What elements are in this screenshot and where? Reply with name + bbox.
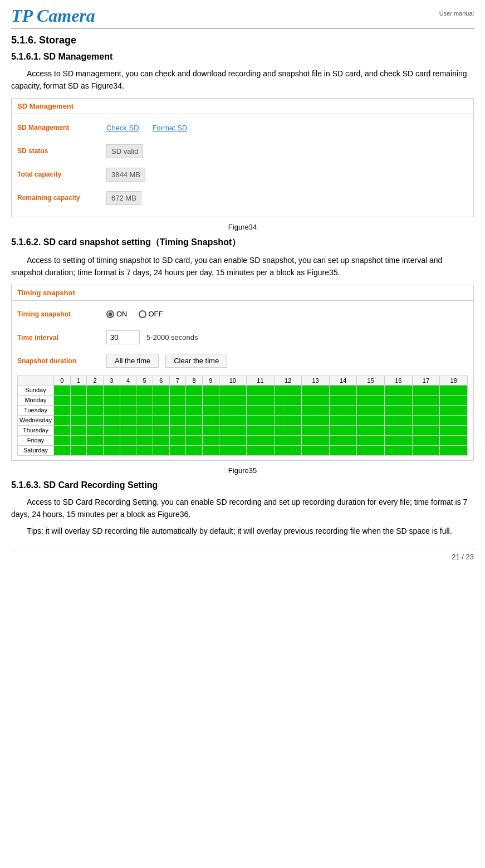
schedule-cell-friday-9[interactable] [202, 435, 219, 445]
schedule-cell-monday-0[interactable] [54, 395, 71, 405]
schedule-cell-monday-14[interactable] [329, 395, 357, 405]
schedule-cell-friday-14[interactable] [329, 435, 357, 445]
schedule-cell-friday-15[interactable] [357, 435, 385, 445]
schedule-cell-saturday-15[interactable] [357, 445, 385, 455]
schedule-cell-wednesday-17[interactable] [412, 415, 440, 425]
schedule-cell-sunday-12[interactable] [274, 385, 302, 395]
schedule-cell-tuesday-2[interactable] [87, 405, 104, 415]
check-sd-link[interactable]: Check SD [106, 124, 139, 132]
schedule-cell-wednesday-1[interactable] [70, 415, 87, 425]
schedule-cell-sunday-5[interactable] [136, 385, 153, 395]
schedule-cell-saturday-3[interactable] [103, 445, 120, 455]
schedule-cell-thursday-0[interactable] [54, 425, 71, 435]
schedule-cell-tuesday-1[interactable] [70, 405, 87, 415]
schedule-cell-saturday-13[interactable] [302, 445, 330, 455]
schedule-cell-monday-18[interactable] [440, 395, 468, 405]
schedule-cell-saturday-4[interactable] [120, 445, 136, 455]
schedule-cell-tuesday-9[interactable] [202, 405, 219, 415]
schedule-cell-tuesday-17[interactable] [412, 405, 440, 415]
schedule-cell-monday-13[interactable] [302, 395, 330, 405]
schedule-cell-thursday-3[interactable] [103, 425, 120, 435]
schedule-cell-monday-7[interactable] [169, 395, 186, 405]
schedule-cell-thursday-13[interactable] [302, 425, 330, 435]
schedule-cell-thursday-11[interactable] [247, 425, 275, 435]
schedule-cell-sunday-0[interactable] [54, 385, 71, 395]
schedule-cell-wednesday-6[interactable] [153, 415, 169, 425]
schedule-cell-saturday-14[interactable] [329, 445, 357, 455]
schedule-cell-sunday-6[interactable] [153, 385, 169, 395]
schedule-cell-thursday-6[interactable] [153, 425, 169, 435]
schedule-cell-friday-13[interactable] [302, 435, 330, 445]
schedule-cell-friday-6[interactable] [153, 435, 169, 445]
schedule-cell-friday-12[interactable] [274, 435, 302, 445]
schedule-cell-sunday-16[interactable] [385, 385, 413, 395]
schedule-cell-friday-8[interactable] [186, 435, 203, 445]
schedule-cell-wednesday-16[interactable] [385, 415, 413, 425]
schedule-cell-sunday-1[interactable] [70, 385, 87, 395]
schedule-cell-sunday-18[interactable] [440, 385, 468, 395]
schedule-cell-thursday-7[interactable] [169, 425, 186, 435]
schedule-cell-friday-7[interactable] [169, 435, 186, 445]
schedule-cell-saturday-8[interactable] [186, 445, 203, 455]
schedule-cell-wednesday-14[interactable] [329, 415, 357, 425]
schedule-cell-friday-11[interactable] [247, 435, 275, 445]
schedule-cell-friday-16[interactable] [385, 435, 413, 445]
schedule-cell-saturday-7[interactable] [169, 445, 186, 455]
schedule-cell-sunday-14[interactable] [329, 385, 357, 395]
schedule-cell-sunday-4[interactable] [120, 385, 136, 395]
schedule-cell-monday-17[interactable] [412, 395, 440, 405]
schedule-cell-tuesday-3[interactable] [103, 405, 120, 415]
schedule-cell-wednesday-5[interactable] [136, 415, 153, 425]
schedule-cell-tuesday-8[interactable] [186, 405, 203, 415]
schedule-cell-thursday-18[interactable] [440, 425, 468, 435]
schedule-cell-tuesday-6[interactable] [153, 405, 169, 415]
schedule-cell-tuesday-13[interactable] [302, 405, 330, 415]
schedule-cell-tuesday-14[interactable] [329, 405, 357, 415]
schedule-cell-tuesday-10[interactable] [219, 405, 247, 415]
schedule-cell-sunday-13[interactable] [302, 385, 330, 395]
schedule-cell-tuesday-5[interactable] [136, 405, 153, 415]
schedule-cell-friday-4[interactable] [120, 435, 136, 445]
schedule-cell-friday-10[interactable] [219, 435, 247, 445]
schedule-cell-saturday-10[interactable] [219, 445, 247, 455]
schedule-cell-friday-18[interactable] [440, 435, 468, 445]
off-radio-label[interactable]: OFF [139, 310, 163, 318]
schedule-cell-monday-3[interactable] [103, 395, 120, 405]
schedule-cell-saturday-2[interactable] [87, 445, 104, 455]
schedule-cell-monday-8[interactable] [186, 395, 203, 405]
schedule-cell-wednesday-10[interactable] [219, 415, 247, 425]
schedule-cell-tuesday-0[interactable] [54, 405, 71, 415]
schedule-cell-friday-2[interactable] [87, 435, 104, 445]
time-interval-input[interactable] [106, 330, 140, 344]
schedule-cell-saturday-11[interactable] [247, 445, 275, 455]
schedule-cell-monday-12[interactable] [274, 395, 302, 405]
schedule-cell-saturday-17[interactable] [412, 445, 440, 455]
schedule-cell-sunday-9[interactable] [202, 385, 219, 395]
schedule-cell-monday-2[interactable] [87, 395, 104, 405]
schedule-cell-wednesday-15[interactable] [357, 415, 385, 425]
schedule-cell-thursday-2[interactable] [87, 425, 104, 435]
schedule-cell-friday-1[interactable] [70, 435, 87, 445]
schedule-cell-monday-11[interactable] [247, 395, 275, 405]
schedule-cell-tuesday-12[interactable] [274, 405, 302, 415]
schedule-cell-saturday-1[interactable] [70, 445, 87, 455]
schedule-cell-wednesday-0[interactable] [54, 415, 71, 425]
schedule-cell-thursday-12[interactable] [274, 425, 302, 435]
schedule-cell-friday-17[interactable] [412, 435, 440, 445]
schedule-cell-saturday-18[interactable] [440, 445, 468, 455]
schedule-cell-tuesday-11[interactable] [247, 405, 275, 415]
schedule-cell-monday-4[interactable] [120, 395, 136, 405]
schedule-cell-thursday-15[interactable] [357, 425, 385, 435]
schedule-cell-monday-5[interactable] [136, 395, 153, 405]
schedule-cell-thursday-1[interactable] [70, 425, 87, 435]
schedule-cell-sunday-2[interactable] [87, 385, 104, 395]
schedule-cell-thursday-17[interactable] [412, 425, 440, 435]
schedule-cell-wednesday-3[interactable] [103, 415, 120, 425]
clear-time-button[interactable]: Clear the time [165, 354, 227, 368]
schedule-cell-saturday-16[interactable] [385, 445, 413, 455]
schedule-cell-monday-9[interactable] [202, 395, 219, 405]
schedule-cell-monday-15[interactable] [357, 395, 385, 405]
schedule-cell-saturday-6[interactable] [153, 445, 169, 455]
schedule-cell-thursday-5[interactable] [136, 425, 153, 435]
schedule-cell-sunday-10[interactable] [219, 385, 247, 395]
